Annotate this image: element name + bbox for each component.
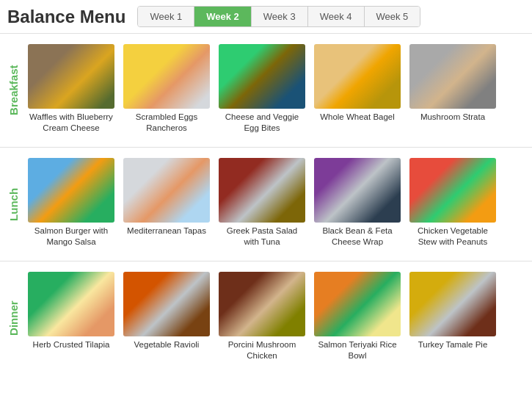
meal-label-dinner: Dinner [3, 269, 23, 367]
meal-section-lunch: LunchSalmon Burger with Mango SalsaMedit… [0, 147, 532, 261]
week-tabs: Week 1Week 2Week 3Week 4Week 5 [137, 6, 420, 27]
meal-section-breakfast: BreakfastWaffles with Blueberry Cream Ch… [0, 33, 532, 147]
food-name: Whole Wheat Bagel [320, 112, 395, 123]
food-item[interactable]: Black Bean & Feta Cheese Wrap [310, 155, 405, 253]
food-grid-breakfast: Waffles with Blueberry Cream CheeseScram… [23, 41, 529, 140]
food-name: Herb Crusted Tilapia [33, 339, 110, 350]
food-name: Waffles with Blueberry Cream Cheese [28, 112, 114, 134]
food-image [28, 272, 114, 336]
food-item[interactable]: Salmon Teriyaki Rice Bowl [310, 269, 405, 367]
food-item[interactable]: Greek Pasta Salad with Tuna [214, 155, 310, 253]
food-item[interactable]: Scrambled Eggs Rancheros [119, 41, 214, 140]
food-grid-lunch: Salmon Burger with Mango SalsaMediterran… [23, 155, 529, 253]
meal-sections: BreakfastWaffles with Blueberry Cream Ch… [0, 33, 532, 375]
food-name: Scrambled Eggs Rancheros [123, 112, 210, 134]
food-name: Greek Pasta Salad with Tuna [219, 225, 305, 248]
week-tab-5[interactable]: Week 5 [365, 7, 420, 26]
food-image [219, 272, 305, 336]
food-name: Cheese and Veggie Egg Bites [219, 112, 305, 134]
food-name: Mediterranean Tapas [127, 225, 206, 237]
week-tab-1[interactable]: Week 1 [138, 7, 194, 26]
food-item[interactable]: Turkey Tamale Pie [405, 269, 500, 367]
meal-label-lunch: Lunch [3, 155, 23, 253]
food-image [28, 158, 114, 223]
food-name: Chicken Vegetable Stew with Peanuts [409, 225, 496, 248]
food-name: Salmon Teriyaki Rice Bowl [314, 339, 401, 361]
food-image [219, 158, 305, 223]
food-item[interactable]: Mediterranean Tapas [119, 155, 214, 253]
page-header: Balance Menu Week 1Week 2Week 3Week 4Wee… [0, 0, 532, 33]
food-item[interactable]: Vegetable Ravioli [119, 269, 214, 367]
food-name: Vegetable Ravioli [134, 339, 200, 350]
meal-section-dinner: DinnerHerb Crusted TilapiaVegetable Ravi… [0, 261, 532, 375]
food-item[interactable]: Cheese and Veggie Egg Bites [214, 41, 310, 140]
food-image [123, 272, 210, 336]
food-name: Salmon Burger with Mango Salsa [28, 225, 114, 248]
food-item[interactable]: Whole Wheat Bagel [310, 41, 405, 140]
food-name: Turkey Tamale Pie [418, 339, 488, 350]
food-image [28, 44, 114, 109]
food-item[interactable]: Porcini Mushroom Chicken [214, 269, 310, 367]
food-image [123, 158, 210, 223]
food-grid-dinner: Herb Crusted TilapiaVegetable RavioliPor… [23, 269, 529, 367]
food-name: Black Bean & Feta Cheese Wrap [314, 225, 401, 248]
food-image [314, 272, 401, 336]
food-item[interactable]: Mushroom Strata [405, 41, 500, 140]
week-tab-3[interactable]: Week 3 [252, 7, 308, 26]
food-image [219, 44, 305, 109]
food-name: Porcini Mushroom Chicken [219, 339, 305, 361]
food-image [314, 44, 401, 109]
food-item[interactable]: Herb Crusted Tilapia [23, 269, 119, 367]
meal-label-breakfast: Breakfast [3, 41, 23, 140]
food-image [409, 44, 496, 109]
food-image [123, 44, 210, 109]
week-tab-2[interactable]: Week 2 [194, 7, 252, 26]
food-image [314, 158, 401, 223]
food-image [409, 272, 496, 336]
page-title: Balance Menu [7, 7, 125, 27]
food-name: Mushroom Strata [420, 112, 485, 123]
food-item[interactable]: Waffles with Blueberry Cream Cheese [23, 41, 119, 140]
food-image [409, 158, 496, 223]
food-item[interactable]: Salmon Burger with Mango Salsa [23, 155, 119, 253]
week-tab-4[interactable]: Week 4 [308, 7, 365, 26]
food-item[interactable]: Chicken Vegetable Stew with Peanuts [405, 155, 500, 253]
